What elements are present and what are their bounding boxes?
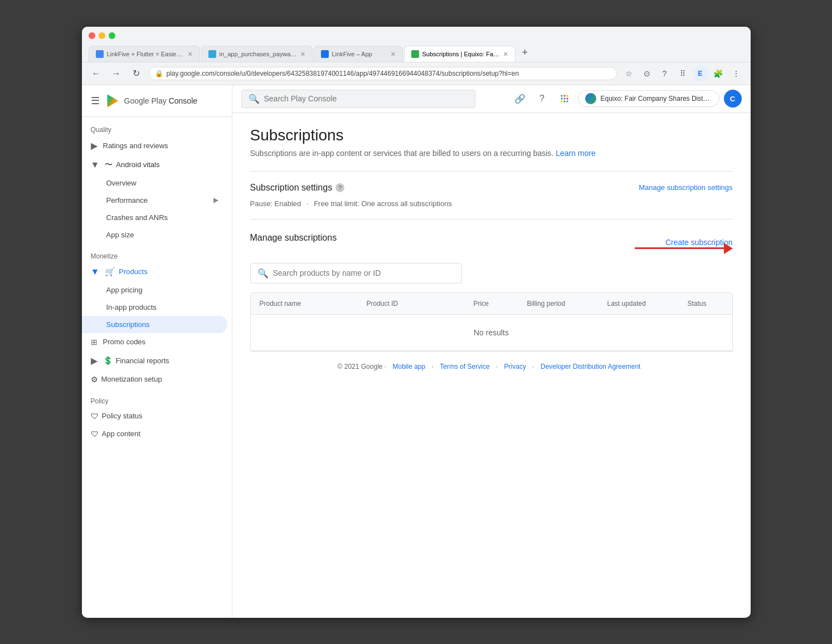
financial-label: 💲 Financial reports (103, 356, 169, 365)
sidebar-child-app-size[interactable]: App size (82, 226, 227, 243)
col-price: Price (465, 293, 518, 314)
svg-point-2 (566, 95, 568, 96)
sidebar-child-subscriptions[interactable]: Subscriptions (82, 316, 227, 333)
bookmark-icon[interactable]: ☆ (621, 66, 637, 81)
sidebar-item-ratings-reviews[interactable]: ▶ Ratings and reviews (82, 136, 232, 155)
help-toolbar-icon[interactable]: ? (657, 66, 673, 81)
products-search-bar[interactable]: 🔍 (250, 263, 462, 284)
hamburger-icon[interactable]: ☰ (91, 95, 100, 107)
tab-close-3[interactable]: × (391, 50, 395, 58)
page-subtitle: Subscriptions are in-app content or serv… (250, 149, 733, 158)
vitals-label: 〜 Android vitals (105, 160, 159, 170)
page-title: Subscriptions (250, 126, 733, 144)
pause-setting: Pause: Enabled (250, 199, 301, 208)
tab-favicon-1 (96, 50, 104, 58)
svg-point-0 (561, 95, 562, 96)
subscription-settings-help-icon[interactable]: ? (335, 183, 344, 192)
sidebar-item-app-content[interactable]: 🛡 App content (82, 425, 232, 443)
lock-icon: 🔒 (155, 70, 163, 77)
app-content-label: 🛡 App content (91, 430, 140, 438)
financial-expand-icon: ▶ (91, 355, 98, 366)
main-content: Subscriptions Subscriptions are in-app c… (232, 113, 751, 618)
tab-title-1: LinkFive + Flutter = Easiest Int... (107, 51, 185, 57)
sidebar-child-overview[interactable]: Overview (82, 174, 227, 192)
sidebar-item-monetization-setup[interactable]: ⚙ Monetization setup (82, 370, 232, 388)
divider-1 (250, 171, 733, 172)
performance-expand-icon: ▶ (213, 196, 218, 204)
sidebar-child-crashes[interactable]: Crashes and ANRs (82, 209, 227, 226)
close-button[interactable] (89, 32, 95, 39)
sidebar-item-financial-reports[interactable]: ▶ 💲 Financial reports (82, 351, 232, 370)
monetization-label: ⚙ Monetization setup (91, 375, 162, 384)
topbar-search-input[interactable] (264, 94, 468, 103)
subscriptions-table: Product name Product ID Price Billing pe… (250, 292, 733, 351)
table-header: Product name Product ID Price Billing pe… (251, 293, 732, 315)
footer-sep-2: · (432, 363, 436, 370)
minimize-button[interactable] (99, 32, 105, 39)
tab-close-2[interactable]: × (300, 50, 305, 58)
sidebar-child-app-pricing[interactable]: App pricing (82, 281, 227, 299)
google-apps-icon[interactable]: ⠿ (675, 66, 690, 81)
sidebar-logo-text: Google Play Console (124, 96, 198, 105)
no-results-message: No results (251, 315, 732, 350)
user-avatar[interactable]: C (724, 90, 742, 108)
app-topbar: 🔍 🔗 ? (232, 85, 751, 113)
footer-dda[interactable]: Developer Distribution Agreement (541, 363, 640, 370)
copyright: © 2021 Google (338, 363, 383, 370)
extensions-icon[interactable]: 🧩 (711, 66, 726, 81)
sidebar-item-android-vitals[interactable]: ▼ 〜 Android vitals (82, 155, 232, 174)
browser-tab-3[interactable]: LinkFive – App × (314, 46, 403, 62)
browser-tab-4[interactable]: Subscriptions | Equixo: Fair Co... × (404, 46, 515, 62)
footer-privacy[interactable]: Privacy (504, 363, 526, 370)
promo-icon: ⊞ (91, 338, 98, 347)
more-options-icon[interactable]: ⋮ (728, 66, 744, 81)
policy-label: 🛡 Policy status (91, 412, 143, 421)
app-chip-icon (585, 93, 596, 104)
footer-sep-4: · (532, 363, 536, 370)
browser-tab-2[interactable]: in_app_purchases_paywall_ui... × (201, 46, 313, 62)
sidebar-child-performance[interactable]: Performance ▶ (82, 192, 227, 209)
footer-sep-3: · (496, 363, 500, 370)
profile-icon[interactable]: E (693, 66, 708, 81)
svg-point-6 (561, 100, 562, 102)
reload-button[interactable]: ↻ (129, 66, 144, 81)
subscription-settings-title: Subscription settings ? (250, 183, 345, 193)
search-products-icon: 🔍 (257, 268, 269, 279)
performance-label: Performance (106, 196, 148, 204)
products-label: 🛒 Products (105, 267, 147, 277)
app-name-chip[interactable]: Equixo: Fair Company Shares Distribution… (578, 90, 719, 107)
history-icon[interactable]: ⊙ (639, 66, 655, 81)
footer-sep-1: · (385, 363, 388, 370)
forward-button[interactable]: → (109, 66, 124, 81)
sidebar-item-promo-codes[interactable]: ⊞ Promo codes (82, 333, 232, 351)
products-expand-icon: ▼ (91, 267, 100, 277)
back-button[interactable]: ← (89, 66, 104, 81)
google-apps-topbar-icon[interactable] (556, 90, 573, 108)
help-icon[interactable]: ? (533, 90, 551, 108)
tab-favicon-2 (208, 50, 216, 58)
topbar-search-bar[interactable]: 🔍 (241, 90, 475, 108)
play-logo-icon (105, 93, 121, 109)
tab-close-4[interactable]: × (503, 50, 508, 58)
svg-point-5 (566, 97, 568, 99)
table-body: No results (251, 315, 732, 350)
tab-close-1[interactable]: × (188, 50, 192, 58)
monetize-section-label: Monetize (82, 243, 232, 262)
search-products-input[interactable] (273, 269, 455, 277)
browser-tab-1[interactable]: LinkFive + Flutter = Easiest Int... × (89, 46, 200, 62)
maximize-button[interactable] (109, 32, 115, 39)
quality-section-label: Quality (82, 117, 232, 136)
sidebar-item-policy-status[interactable]: 🛡 Policy status (82, 407, 232, 425)
address-bar[interactable]: 🔒 play.google.com/console/u/0/developers… (149, 67, 617, 80)
sidebar-item-products[interactable]: ▼ 🛒 Products (82, 262, 232, 281)
footer-terms[interactable]: Terms of Service (440, 363, 489, 370)
new-tab-button[interactable]: + (517, 43, 534, 62)
sidebar-child-in-app-products[interactable]: In-app products (82, 299, 227, 316)
topbar-search-icon: 🔍 (249, 94, 260, 104)
manage-subscription-settings-link[interactable]: Manage subscription settings (639, 183, 732, 192)
link-icon[interactable]: 🔗 (511, 90, 529, 108)
create-subscription-link[interactable]: Create subscription (665, 238, 733, 247)
footer-mobile-app[interactable]: Mobile app (393, 363, 426, 370)
learn-more-link[interactable]: Learn more (556, 149, 596, 158)
svg-point-4 (563, 97, 565, 99)
